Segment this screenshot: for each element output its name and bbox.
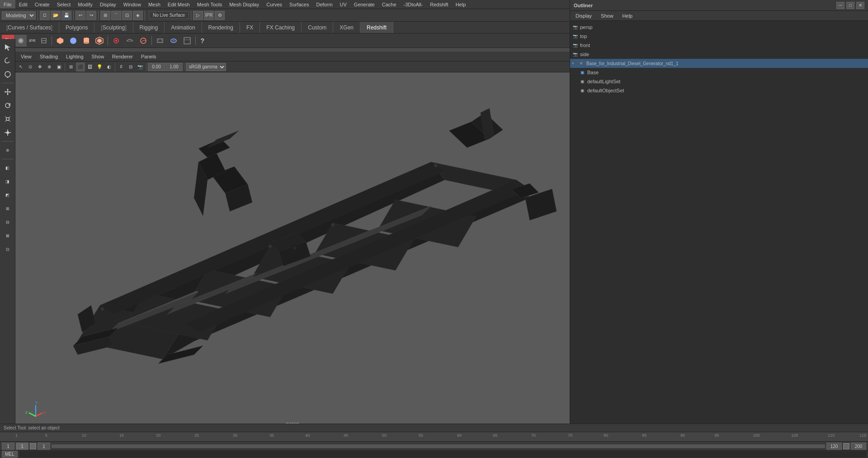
obj-sphere-btn[interactable] bbox=[67, 34, 80, 47]
outliner-maximize-btn[interactable]: □ bbox=[846, 2, 854, 9]
lasso-tool[interactable] bbox=[1, 54, 14, 67]
camera-settings-btn[interactable]: 📷 bbox=[136, 62, 145, 72]
start-frame-field[interactable] bbox=[2, 443, 14, 450]
playback-end-field[interactable] bbox=[826, 443, 842, 450]
viewport-3d[interactable]: persp Y X Z bbox=[15, 72, 570, 431]
paint-select-tool[interactable] bbox=[1, 68, 14, 81]
key-frame-field[interactable] bbox=[38, 443, 50, 450]
outliner-item-side[interactable]: 📷 side bbox=[570, 50, 868, 59]
mel-input-field[interactable] bbox=[19, 451, 866, 458]
outliner-minimize-btn[interactable]: ─ bbox=[836, 2, 844, 9]
rs-render-btn[interactable] bbox=[181, 34, 193, 47]
ipr-btn[interactable]: IPR bbox=[204, 11, 214, 20]
quick-layout-2[interactable]: ⊟ bbox=[1, 216, 14, 229]
menu-mesh-display[interactable]: Mesh Display bbox=[226, 0, 263, 9]
tab-curves-surfaces[interactable]: [ Curves / Surfaces ] bbox=[0, 22, 59, 33]
vm-show[interactable]: Show bbox=[88, 52, 108, 61]
outliner-menu-display[interactable]: Display bbox=[572, 11, 595, 20]
universal-manip-tool[interactable] bbox=[1, 126, 14, 139]
rs-proxy-btn[interactable] bbox=[154, 34, 166, 47]
menu-mesh-tools[interactable]: Mesh Tools bbox=[193, 0, 226, 9]
redo-btn[interactable]: ↪ bbox=[86, 11, 96, 20]
tab-fx[interactable]: FX bbox=[240, 22, 260, 33]
no-live-surface-btn[interactable]: No Live Surface bbox=[149, 11, 189, 19]
render-btn[interactable]: ▷ bbox=[193, 11, 203, 20]
texture-btn[interactable]: 🖼 bbox=[85, 62, 94, 72]
undo-btn[interactable]: ↩ bbox=[75, 11, 85, 20]
current-frame-field[interactable] bbox=[16, 443, 28, 450]
outliner-menu-show[interactable]: Show bbox=[597, 11, 617, 20]
display-layer-btn[interactable]: ◧ bbox=[1, 162, 14, 174]
light-btn[interactable]: 💡 bbox=[95, 62, 104, 72]
camera-move-btn[interactable]: ✥ bbox=[35, 62, 44, 72]
menu-deform[interactable]: Deform bbox=[312, 0, 336, 9]
anim-layer-btn[interactable]: ◨ bbox=[1, 175, 14, 188]
render-settings-btn[interactable]: ⚙ bbox=[215, 11, 225, 20]
menu-curves[interactable]: Curves bbox=[263, 0, 286, 9]
outliner-item-persp[interactable]: 📷 persp bbox=[570, 23, 868, 32]
vm-view[interactable]: View bbox=[17, 52, 35, 61]
rotate-tool[interactable] bbox=[1, 99, 14, 112]
select-tool-btn[interactable]: ↖ bbox=[16, 62, 25, 72]
menu-create[interactable]: Create bbox=[31, 0, 53, 9]
menu-select[interactable]: Select bbox=[53, 0, 75, 9]
menu-window[interactable]: Window bbox=[120, 0, 145, 9]
vm-shading[interactable]: Shading bbox=[36, 52, 61, 61]
soft-select-btn[interactable]: ⊛ bbox=[1, 144, 14, 157]
menu-edit-mesh[interactable]: Edit Mesh bbox=[164, 0, 193, 9]
menu-modify[interactable]: Modify bbox=[74, 0, 96, 9]
menu-cache[interactable]: Cache bbox=[378, 0, 400, 9]
rs-settings-btn[interactable] bbox=[38, 35, 50, 47]
rs-btn[interactable] bbox=[15, 35, 27, 47]
menu-generate[interactable]: Generate bbox=[350, 0, 378, 9]
menu-file[interactable]: File bbox=[0, 0, 15, 9]
tab-animation[interactable]: Animation bbox=[165, 22, 202, 33]
open-scene-btn[interactable]: 📂 bbox=[51, 11, 61, 20]
shaded-btn[interactable]: ⬛ bbox=[76, 62, 85, 72]
tab-custom[interactable]: Custom bbox=[302, 22, 333, 33]
time-field[interactable] bbox=[165, 63, 183, 71]
save-scene-btn[interactable]: 💾 bbox=[61, 11, 71, 20]
rs-dome-btn[interactable] bbox=[123, 34, 136, 47]
menu-uv[interactable]: UV bbox=[336, 0, 350, 9]
rs-volume-btn[interactable] bbox=[167, 34, 180, 47]
outliner-item-top[interactable]: 📷 top bbox=[570, 32, 868, 41]
tab-rendering[interactable]: Rendering bbox=[202, 22, 240, 33]
outliner-item-front[interactable]: 📷 front bbox=[570, 41, 868, 50]
outliner-item-lightset[interactable]: ▣ defaultLightSet bbox=[570, 77, 868, 86]
gamma-selector[interactable]: sRGB gamma bbox=[186, 63, 226, 71]
resolution-gate-btn[interactable]: ▣ bbox=[54, 62, 63, 72]
outliner-item-objectset[interactable]: ▣ defaultObjectSet bbox=[570, 86, 868, 95]
select-tool[interactable] bbox=[1, 41, 14, 53]
outliner-close-btn[interactable]: ✕ bbox=[856, 2, 864, 9]
menu-edit[interactable]: Edit bbox=[15, 0, 31, 9]
grid-btn[interactable]: # bbox=[117, 62, 126, 72]
vm-renderer[interactable]: Renderer bbox=[108, 52, 137, 61]
render-layer-btn[interactable]: ◩ bbox=[1, 189, 14, 201]
rs-light-btn[interactable] bbox=[110, 34, 123, 47]
obj-group-btn[interactable] bbox=[93, 34, 106, 47]
new-scene-btn[interactable]: 🗋 bbox=[40, 11, 50, 20]
mel-label[interactable]: MEL bbox=[2, 451, 18, 458]
snap-view-btn[interactable]: ◈ bbox=[133, 11, 143, 20]
cam-value-field[interactable] bbox=[148, 63, 165, 71]
outliner-item-generator-group[interactable]: ▾ ✕ Base_for_Industrial_Diesel_Generator… bbox=[570, 59, 868, 68]
vm-lighting[interactable]: Lighting bbox=[62, 52, 87, 61]
snap-curve-btn[interactable]: ⌒ bbox=[111, 11, 121, 20]
ipr-rs-btn[interactable]: IPR bbox=[27, 35, 38, 47]
menu-redshift[interactable]: Redshift bbox=[426, 0, 452, 9]
tab-rigging[interactable]: Rigging bbox=[133, 22, 165, 33]
tab-polygons[interactable]: Polygons bbox=[59, 22, 94, 33]
mode-selector[interactable]: Modeling bbox=[2, 11, 36, 19]
menu-surfaces[interactable]: Surfaces bbox=[286, 0, 312, 9]
menu-display[interactable]: Display bbox=[96, 0, 120, 9]
move-tool[interactable] bbox=[1, 86, 14, 98]
snap-grid-btn[interactable]: ⊞ bbox=[100, 11, 110, 20]
camera-orbit-btn[interactable]: ⊙ bbox=[26, 62, 35, 72]
tab-redshift[interactable]: Redshift bbox=[360, 22, 393, 33]
hud-btn[interactable]: ⊟ bbox=[126, 62, 135, 72]
menu-help[interactable]: Help bbox=[452, 0, 470, 9]
vm-panels[interactable]: Panels bbox=[137, 52, 160, 61]
animation-end-field[interactable] bbox=[851, 443, 866, 450]
obj-cube-btn[interactable] bbox=[54, 34, 66, 47]
